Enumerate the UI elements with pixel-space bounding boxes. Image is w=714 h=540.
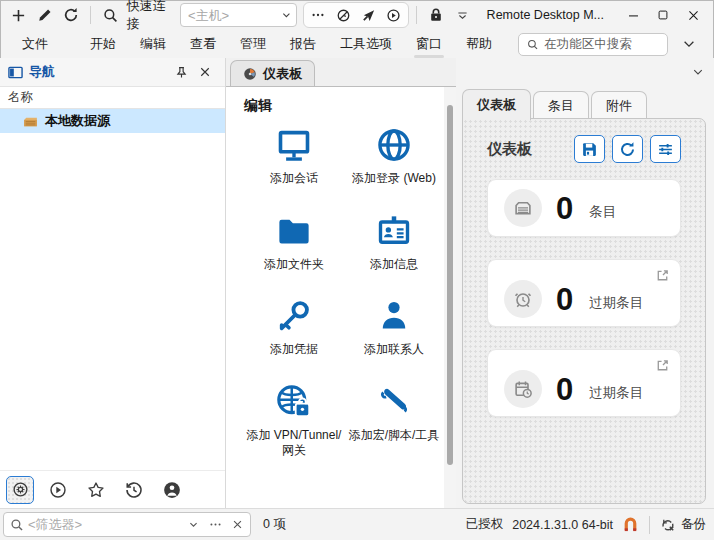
menu-administration[interactable]: 管理 [228, 31, 278, 57]
backup-status[interactable]: 备份 [660, 516, 706, 533]
folder-icon [276, 213, 312, 249]
panel-collapse-button[interactable] [692, 66, 704, 78]
globe-icon [376, 127, 412, 163]
ping-button[interactable] [331, 3, 356, 27]
more-icon [209, 518, 222, 531]
center-panel: 仪表板 编辑 添加会话 添加登录 (Web) 添加文件 [226, 58, 456, 508]
navigation-panel-icon [8, 65, 23, 80]
user-vault-button[interactable] [158, 476, 186, 504]
ribbon-search-input[interactable] [544, 37, 659, 51]
add-session-button[interactable]: 添加会话 [244, 125, 344, 187]
main-area: 导航 名称 本地数据源 [0, 58, 714, 508]
edit-button[interactable] [32, 3, 56, 27]
maximize-icon [657, 9, 669, 21]
play-icon [386, 8, 401, 23]
ribbon-search-box[interactable] [518, 33, 668, 56]
dashboard-title: 仪表板 [487, 140, 574, 159]
expiring-count: 0 [556, 374, 573, 405]
dashboard-view-button[interactable] [6, 476, 34, 504]
center-scrollbar[interactable] [444, 87, 456, 508]
save-dashboard-button[interactable] [574, 135, 605, 163]
tab-dashboard[interactable]: 仪表板 [462, 89, 531, 120]
filter-more-button[interactable] [206, 515, 224, 535]
dashboard-gear-icon [12, 481, 29, 498]
close-button[interactable] [678, 2, 708, 28]
connect-pointer-button[interactable] [356, 3, 381, 27]
name-column-header[interactable]: 名称 [0, 86, 225, 109]
statusbar: 0 项 已授权 2024.1.31.0 64-bit 备份 [0, 508, 714, 540]
status-right: 已授权 2024.1.31.0 64-bit 备份 [466, 516, 706, 534]
add-contact-button[interactable]: 添加联系人 [344, 296, 444, 358]
edit-panel: 编辑 添加会话 添加登录 (Web) 添加文件夹 [226, 86, 456, 508]
menu-file[interactable]: 文件 [10, 31, 60, 57]
add-vpn-button[interactable]: 添加 VPN/Tunnel/网关 [244, 382, 344, 459]
menu-view[interactable]: 查看 [178, 31, 228, 57]
script-scroll-icon [376, 384, 412, 420]
tab-attachments[interactable]: 附件 [591, 91, 647, 120]
action-label: 添加宏/脚本/工具 [349, 428, 440, 444]
refresh-button[interactable] [59, 3, 83, 27]
menu-help[interactable]: 帮助 [454, 31, 504, 57]
tree-item-local-data-source[interactable]: 本地数据源 [0, 109, 225, 133]
tree-item-label: 本地数据源 [45, 112, 110, 130]
expired-count: 0 [556, 284, 573, 315]
document-tabstrip: 仪表板 [226, 58, 456, 86]
expiring-entries-card[interactable]: 0 过期条目 [487, 349, 681, 417]
host-combobox[interactable] [180, 3, 297, 27]
tab-dashboard-document[interactable]: 仪表板 [230, 60, 315, 86]
menu-report[interactable]: 报告 [278, 31, 328, 57]
add-macro-script-tool-button[interactable]: 添加宏/脚本/工具 [344, 382, 444, 459]
navigation-header: 导航 [0, 58, 225, 86]
add-folder-button[interactable]: 添加文件夹 [244, 211, 344, 273]
pin-panel-button[interactable] [169, 61, 193, 83]
favorites-button[interactable] [82, 476, 110, 504]
search-icon [103, 8, 118, 23]
close-panel-button[interactable] [193, 61, 217, 83]
filter-input[interactable] [28, 517, 180, 532]
history-button[interactable] [120, 476, 148, 504]
maximize-button[interactable] [648, 2, 678, 28]
add-icon [11, 8, 26, 23]
menu-window[interactable]: 窗口 [404, 31, 454, 57]
chevron-down-icon [692, 66, 704, 78]
play-circle-icon [49, 481, 67, 499]
add-web-login-button[interactable]: 添加登录 (Web) [344, 125, 444, 187]
tab-entries[interactable]: 条目 [533, 91, 589, 120]
quick-connect-search-button[interactable] [98, 3, 122, 27]
titlebar-overflow-button[interactable] [450, 3, 474, 27]
refresh-icon [619, 141, 636, 158]
add-information-button[interactable]: 添加信息 [344, 211, 444, 273]
menu-home[interactable]: 开始 [78, 31, 128, 57]
more-options-button[interactable] [306, 3, 331, 27]
add-button[interactable] [6, 3, 30, 27]
navigation-bottom-toolbar [0, 470, 225, 508]
data-source-icon [22, 113, 39, 130]
run-button[interactable] [381, 3, 406, 27]
play-list-button[interactable] [44, 476, 72, 504]
open-external-icon[interactable] [655, 268, 670, 283]
filter-box[interactable] [3, 512, 251, 537]
minimize-button[interactable] [618, 2, 648, 28]
refresh-dashboard-button[interactable] [612, 135, 643, 163]
history-icon [125, 481, 143, 499]
dashboard-tabs: 仪表板 条目 附件 [462, 89, 647, 120]
expired-entries-card[interactable]: 0 过期条目 [487, 259, 681, 327]
add-credential-button[interactable]: 添加凭据 [244, 296, 344, 358]
filter-clear-button[interactable] [228, 515, 246, 535]
chevron-down-icon [457, 10, 468, 21]
magnet-icon[interactable] [622, 516, 639, 533]
ribbon-collapse-button[interactable] [674, 33, 704, 55]
host-input[interactable] [188, 8, 281, 23]
lock-button[interactable] [424, 3, 448, 27]
dashboard-settings-button[interactable] [650, 135, 681, 163]
entries-card[interactable]: 0 条目 [487, 179, 681, 237]
chevron-down-icon[interactable] [281, 9, 292, 21]
pointer-icon [361, 8, 376, 23]
menu-edit[interactable]: 编辑 [128, 31, 178, 57]
action-label: 添加联系人 [364, 342, 424, 358]
scrollbar-thumb[interactable] [447, 105, 453, 465]
separator [649, 516, 650, 534]
open-external-icon[interactable] [655, 358, 670, 373]
menu-tools[interactable]: 工具选项 [328, 31, 404, 57]
filter-dropdown-button[interactable] [184, 515, 202, 535]
